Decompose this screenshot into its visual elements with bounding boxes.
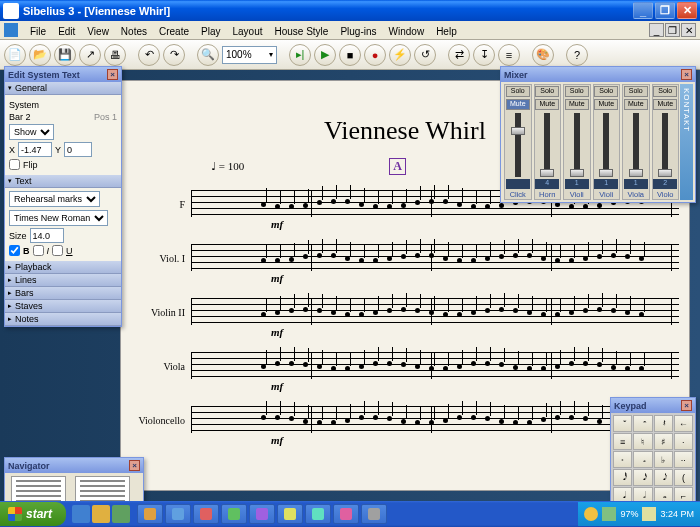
nav-button[interactable]: ≡	[498, 44, 520, 66]
taskbar-item[interactable]	[221, 504, 247, 524]
menu-help[interactable]: Help	[430, 24, 463, 39]
solo-button[interactable]: Solo	[506, 86, 530, 97]
doc-restore-button[interactable]: ❐	[665, 23, 680, 37]
redo-button[interactable]: ↷	[163, 44, 185, 66]
help-button[interactable]: ?	[566, 44, 588, 66]
quick-launch-mail-icon[interactable]	[92, 505, 110, 523]
play-button[interactable]: ▶	[314, 44, 336, 66]
fader-thumb[interactable]	[599, 169, 613, 177]
stop-button[interactable]: ■	[339, 44, 361, 66]
navigator-close-button[interactable]: ×	[129, 460, 140, 471]
taskbar-item[interactable]	[193, 504, 219, 524]
rehearsal-mark[interactable]: A	[389, 158, 406, 175]
taskbar-item[interactable]	[333, 504, 359, 524]
fader-track[interactable]	[515, 113, 521, 177]
keypad-button[interactable]: ·	[674, 433, 693, 450]
menu-notes[interactable]: Notes	[115, 24, 153, 39]
open-button[interactable]: 📂	[29, 44, 51, 66]
font-select[interactable]: Times New Roman	[9, 210, 108, 226]
taskbar-item[interactable]	[249, 504, 275, 524]
italic-checkbox[interactable]	[33, 245, 44, 256]
new-button[interactable]: 📄	[4, 44, 26, 66]
flip-checkbox[interactable]	[9, 159, 20, 170]
section-playback[interactable]: Playback	[5, 261, 121, 274]
doc-close-button[interactable]: ✕	[681, 23, 696, 37]
menu-layout[interactable]: Layout	[226, 24, 268, 39]
section-staves[interactable]: Staves	[5, 300, 121, 313]
fader-thumb[interactable]	[540, 169, 554, 177]
solo-button[interactable]: Solo	[565, 86, 589, 97]
doc-minimize-button[interactable]: _	[649, 23, 664, 37]
staff-lines[interactable]: mf	[191, 242, 679, 274]
fader-track[interactable]	[544, 113, 550, 177]
menu-view[interactable]: View	[81, 24, 115, 39]
show-select[interactable]: Show	[9, 124, 54, 140]
close-button[interactable]: ✕	[677, 2, 697, 19]
mute-button[interactable]: Mute	[506, 99, 530, 110]
keypad-button[interactable]: 𝄽	[654, 415, 673, 432]
taskbar-item[interactable]	[137, 504, 163, 524]
staff-lines[interactable]: mf	[191, 350, 679, 382]
zoom-combo[interactable]: 100%	[222, 46, 277, 64]
keypad-button[interactable]: ♮	[633, 433, 652, 450]
flexi-button[interactable]: ⚡	[389, 44, 411, 66]
fader-thumb[interactable]	[658, 169, 672, 177]
mixer-close-button[interactable]: ×	[681, 69, 692, 80]
marker-button[interactable]: ↧	[473, 44, 495, 66]
play-start-button[interactable]: ▸|	[289, 44, 311, 66]
quick-launch-desktop-icon[interactable]	[112, 505, 130, 523]
save-button[interactable]: 💾	[54, 44, 76, 66]
fader-track[interactable]	[662, 113, 668, 177]
tray-volume-icon[interactable]	[642, 507, 656, 521]
size-input[interactable]	[30, 228, 64, 243]
section-text[interactable]: Text	[5, 175, 121, 188]
y-input[interactable]	[64, 142, 92, 157]
keypad-button[interactable]: 𝅘𝅥𝅰	[613, 469, 632, 486]
edit-panel-header[interactable]: Edit System Text ×	[5, 67, 121, 82]
keypad-header[interactable]: Keypad ×	[611, 398, 695, 413]
keypad-button[interactable]: 𝅘𝅥𝅮	[654, 469, 673, 486]
print-button[interactable]: 🖶	[104, 44, 126, 66]
navigator-header[interactable]: Navigator ×	[5, 458, 143, 473]
keypad-close-button[interactable]: ×	[681, 400, 692, 411]
menu-plug-ins[interactable]: Plug-ins	[334, 24, 382, 39]
keypad-button[interactable]: 𝄼	[633, 415, 652, 432]
keypad-button[interactable]: ≡	[613, 433, 632, 450]
keypad-button[interactable]: ←	[674, 415, 693, 432]
undo-button[interactable]: ↶	[138, 44, 160, 66]
section-bars[interactable]: Bars	[5, 287, 121, 300]
link-button[interactable]: ⇄	[448, 44, 470, 66]
minimize-button[interactable]: _	[633, 2, 653, 19]
mute-button[interactable]: Mute	[565, 99, 589, 110]
start-button[interactable]: start	[0, 502, 66, 526]
keypad-button[interactable]: 𝅘𝅥𝅯	[633, 469, 652, 486]
maximize-button[interactable]: ❐	[655, 2, 675, 19]
quick-launch-ie-icon[interactable]	[72, 505, 90, 523]
taskbar-item[interactable]	[165, 504, 191, 524]
keypad-button[interactable]: 𝄻	[613, 415, 632, 432]
fader-thumb[interactable]	[570, 169, 584, 177]
solo-button[interactable]: Solo	[624, 86, 648, 97]
staff-lines[interactable]: mf	[191, 404, 679, 436]
mute-button[interactable]: Mute	[594, 99, 618, 110]
menu-create[interactable]: Create	[153, 24, 195, 39]
section-lines[interactable]: Lines	[5, 274, 121, 287]
keypad-button[interactable]: (	[674, 469, 693, 486]
keypad-button[interactable]: 𝅗	[633, 451, 652, 468]
fader-thumb[interactable]	[629, 169, 643, 177]
menu-play[interactable]: Play	[195, 24, 226, 39]
keypad-button[interactable]: ··	[674, 451, 693, 468]
record-button[interactable]: ●	[364, 44, 386, 66]
menu-file[interactable]: File	[24, 24, 52, 39]
solo-button[interactable]: Solo	[653, 86, 677, 97]
staff-lines[interactable]: mf	[191, 296, 679, 328]
keypad-button[interactable]: ♭	[654, 451, 673, 468]
color-button[interactable]: 🎨	[532, 44, 554, 66]
mixer-header[interactable]: Mixer ×	[501, 67, 695, 82]
keypad-button[interactable]: ♯	[654, 433, 673, 450]
zoom-tool-button[interactable]: 🔍	[197, 44, 219, 66]
keypad-button[interactable]: 𝆹	[613, 451, 632, 468]
menu-house-style[interactable]: House Style	[268, 24, 334, 39]
section-general[interactable]: General	[5, 82, 121, 95]
export-button[interactable]: ↗	[79, 44, 101, 66]
